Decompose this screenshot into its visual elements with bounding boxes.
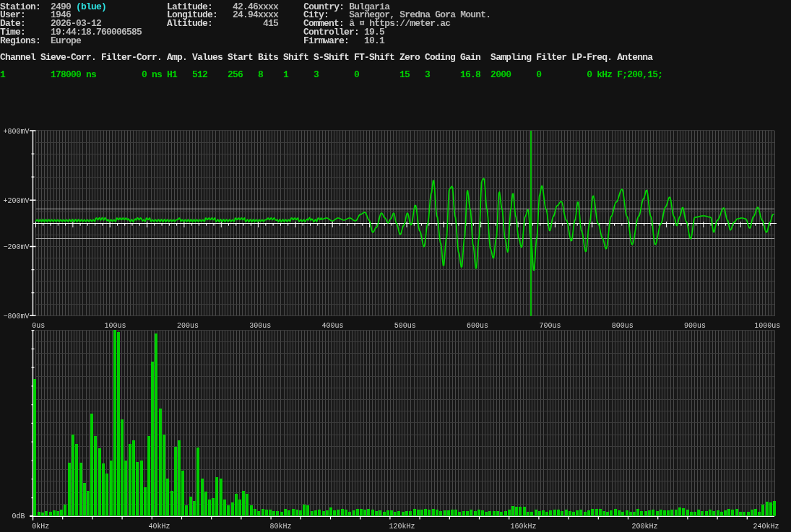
svg-text:+200mV: +200mV bbox=[3, 197, 29, 205]
svg-text:400us: 400us bbox=[321, 322, 343, 330]
svg-text:40kHz: 40kHz bbox=[148, 523, 170, 531]
svg-text:−800mV: −800mV bbox=[3, 313, 29, 320]
svg-text:160kHz: 160kHz bbox=[510, 523, 536, 531]
svg-text:+800mV: +800mV bbox=[3, 128, 29, 136]
svg-text:600us: 600us bbox=[467, 322, 488, 330]
svg-text:0kHz: 0kHz bbox=[32, 523, 49, 531]
svg-text:500us: 500us bbox=[394, 322, 416, 330]
svg-text:700us: 700us bbox=[539, 322, 561, 330]
svg-text:900us: 900us bbox=[684, 322, 706, 330]
svg-text:80kHz: 80kHz bbox=[269, 523, 291, 531]
svg-text:120kHz: 120kHz bbox=[389, 523, 415, 531]
svg-text:200us: 200us bbox=[177, 322, 199, 330]
svg-text:0us: 0us bbox=[32, 322, 45, 330]
svg-text:−200mV: −200mV bbox=[3, 243, 29, 251]
svg-text:300us: 300us bbox=[249, 322, 271, 330]
svg-text:1000us: 1000us bbox=[754, 322, 780, 330]
svg-text:240kHz: 240kHz bbox=[753, 523, 779, 531]
svg-text:0dB: 0dB bbox=[12, 513, 25, 520]
svg-text:800us: 800us bbox=[612, 322, 634, 330]
svg-text:100us: 100us bbox=[105, 322, 126, 330]
svg-text:200kHz: 200kHz bbox=[631, 523, 657, 531]
